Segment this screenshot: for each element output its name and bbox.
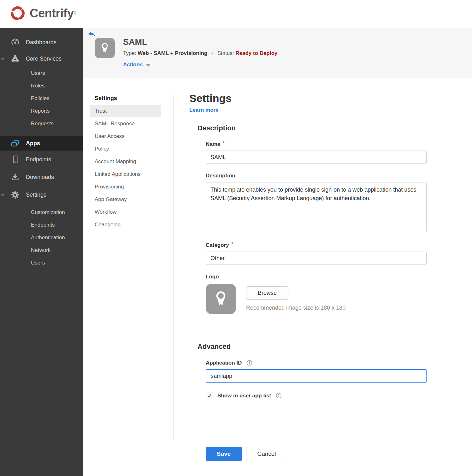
back-button[interactable]	[88, 30, 95, 38]
category-label: Category	[206, 242, 229, 248]
recommended-size-text: Recommended image size is 180 x 180	[246, 305, 345, 311]
app-logo	[95, 38, 115, 58]
registered-mark: ®	[74, 11, 77, 15]
subnav-item-user-access[interactable]: User Access	[90, 130, 161, 143]
info-icon[interactable]	[246, 360, 253, 366]
dot-separator: •	[211, 50, 213, 56]
sidebar-item-authentication[interactable]: Authentication	[0, 231, 83, 244]
gauge-icon	[11, 38, 20, 47]
sidebar-item-label: Downloads	[26, 174, 54, 181]
sidebar-item-endpoints[interactable]: Endpoints	[0, 151, 83, 168]
subnav-item-workflow[interactable]: Workflow	[90, 206, 161, 218]
learn-more-link[interactable]: Learn more	[189, 107, 219, 113]
sidebar-item-network[interactable]: Network	[0, 244, 83, 257]
sidebar-item-policies[interactable]: Policies	[0, 92, 83, 105]
status-value: Ready to Deploy	[235, 50, 277, 56]
subnav-item-policy[interactable]: Policy	[90, 143, 161, 155]
sidebar-item-core-services[interactable]: Core Services	[0, 51, 83, 67]
sidebar-item-dashboards[interactable]: Dashboards	[0, 34, 83, 51]
cancel-button[interactable]: Cancel	[246, 447, 287, 461]
name-field[interactable]	[206, 151, 427, 164]
sidebar-item-label: Apps	[26, 140, 40, 147]
application-id-field[interactable]	[206, 369, 427, 383]
sidebar-item-apps[interactable]: Apps	[0, 136, 83, 151]
logo-label: Logo	[206, 274, 427, 280]
sidebar-item-users-settings[interactable]: Users	[0, 257, 83, 269]
browse-button[interactable]: Browse	[246, 286, 288, 300]
sidebar-item-roles[interactable]: Roles	[0, 80, 83, 92]
sidebar-item-requests[interactable]: Requests	[0, 117, 83, 130]
required-marker: *	[222, 140, 225, 147]
name-label-row: Name *	[206, 141, 427, 147]
advanced-section-heading: Advanced	[198, 342, 428, 351]
chevron-down-icon	[1, 193, 5, 197]
gear-icon	[11, 190, 20, 199]
actions-label: Actions	[123, 62, 143, 68]
checkmark-icon	[207, 393, 212, 398]
sidebar-item-customization[interactable]: Customization	[0, 206, 83, 219]
save-button[interactable]: Save	[206, 447, 242, 461]
brand-name: Centrify	[30, 7, 74, 20]
sidebar: Dashboards Core Services Users Roles Pol…	[0, 28, 83, 476]
sidebar-item-label: Settings	[26, 192, 46, 198]
sidebar-item-settings[interactable]: Settings	[0, 186, 83, 204]
page-title: Settings	[189, 92, 428, 104]
app-header: SAML Type: Web - SAML + Provisioning • S…	[83, 28, 472, 78]
subnav-item-app-gateway[interactable]: App Gateway	[90, 193, 161, 206]
caret-down-icon	[146, 64, 151, 67]
logo-preview	[206, 284, 236, 314]
category-field[interactable]	[206, 252, 427, 265]
category-label-row: Category *	[206, 242, 427, 248]
type-label: Type:	[123, 50, 136, 56]
actions-dropdown[interactable]: Actions	[123, 62, 277, 68]
subnav-item-trust[interactable]: Trust	[90, 105, 161, 117]
award-ribbon-icon	[97, 41, 112, 55]
sidebar-item-label: Core Services	[26, 56, 62, 62]
application-id-label: Application ID	[206, 360, 242, 366]
apps-icon	[11, 139, 20, 148]
top-bar: Centrify ®	[0, 0, 472, 28]
app-type-status: Type: Web - SAML + Provisioning • Status…	[123, 50, 277, 57]
sidebar-item-label: Endpoints	[26, 156, 51, 163]
show-in-app-list-label: Show in user app list	[217, 393, 271, 399]
centrify-swirl-icon	[9, 4, 27, 22]
core-services-icon	[11, 54, 20, 63]
name-label: Name	[206, 141, 220, 147]
sidebar-item-label: Dashboards	[26, 39, 56, 46]
sidebar-item-users[interactable]: Users	[0, 67, 83, 80]
description-label: Description	[206, 173, 427, 179]
subnav-item-linked-applications[interactable]: Linked Applications	[90, 168, 161, 181]
sidebar-item-endpoints-settings[interactable]: Endpoints	[0, 219, 83, 231]
device-icon	[11, 155, 20, 164]
sidebar-item-reports[interactable]: Reports	[0, 105, 83, 117]
description-field[interactable]: This template enables you to provide sin…	[206, 182, 427, 232]
app-title: SAML	[123, 37, 277, 47]
subnav-item-changelog[interactable]: Changelog	[90, 218, 161, 231]
chevron-down-icon	[1, 57, 5, 61]
show-in-app-list-checkbox[interactable]	[206, 392, 213, 399]
download-icon	[11, 173, 20, 181]
content-area: Settings Trust SAML Response User Access…	[83, 78, 472, 461]
settings-form: Settings Learn more Description Name * D…	[189, 78, 428, 461]
sidebar-item-downloads[interactable]: Downloads	[0, 168, 83, 186]
status-label: Status:	[217, 50, 234, 56]
application-id-label-row: Application ID	[206, 360, 427, 366]
settings-subnav: Settings Trust SAML Response User Access…	[90, 93, 161, 231]
info-icon[interactable]	[275, 392, 282, 399]
description-section-heading: Description	[198, 124, 428, 132]
type-value: Web - SAML + Provisioning	[138, 50, 207, 56]
subnav-title: Settings	[90, 93, 161, 103]
form-footer: Save Cancel	[206, 447, 427, 461]
subnav-item-provisioning[interactable]: Provisioning	[90, 181, 161, 193]
brand-logo: Centrify ®	[9, 4, 77, 22]
page: Centrify ® Dashboards	[0, 0, 472, 476]
required-marker: *	[231, 241, 233, 248]
back-arrow-icon	[88, 30, 95, 38]
subnav-item-saml-response[interactable]: SAML Response	[90, 117, 161, 130]
vertical-divider	[174, 95, 174, 440]
subnav-item-account-mapping[interactable]: Account Mapping	[90, 155, 161, 168]
award-ribbon-icon	[210, 288, 232, 310]
show-in-app-list-row: Show in user app list	[206, 392, 427, 399]
